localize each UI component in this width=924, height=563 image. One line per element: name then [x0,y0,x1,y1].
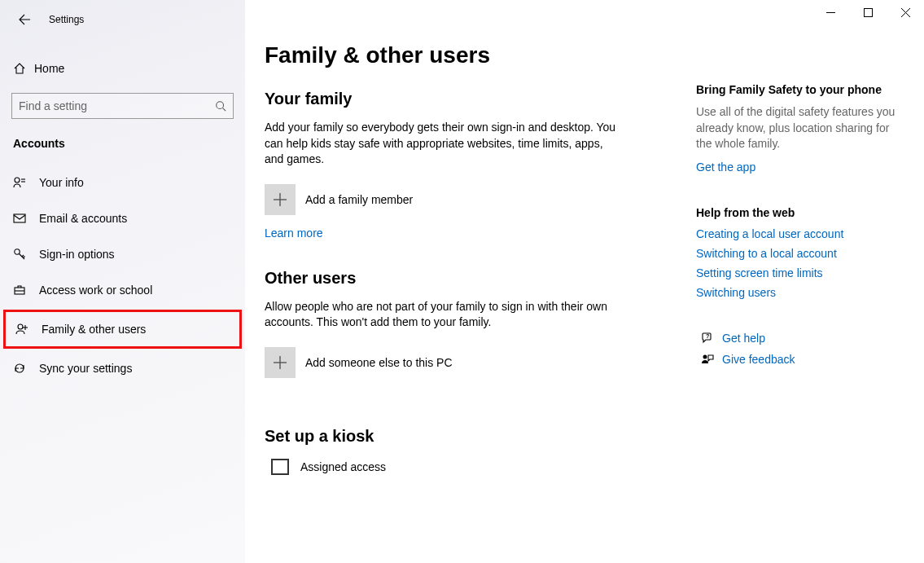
nav-list: Your info Email & accounts Sign-in optio… [0,165,245,386]
plus-tile [265,184,296,215]
sidebar-item-label: Your info [39,176,84,189]
minimize-icon [826,8,835,17]
add-family-member-button[interactable]: Add a family member [265,184,672,215]
sidebar-item-label: Email & accounts [39,212,127,225]
assigned-access-label: Assigned access [300,460,386,473]
add-someone-label: Add someone else to this PC [305,356,453,369]
svg-rect-5 [14,214,25,222]
sidebar-item-email[interactable]: Email & accounts [0,200,245,236]
svg-point-0 [217,102,224,109]
checkbox-icon [271,459,289,475]
other-heading: Other users [265,269,672,288]
feedback-row[interactable]: Give feedback [696,353,900,366]
back-button[interactable] [11,7,37,33]
search-icon [215,100,226,112]
assigned-access-row[interactable]: Assigned access [265,459,672,475]
sidebar-item-label: Family & other users [42,323,146,336]
aside-family-safety: Bring Family Safety to your phone Use al… [696,83,900,174]
sidebar: Settings Home Accounts Your info Email & [0,0,245,563]
family-desc: Add your family so everybody gets their … [265,120,623,168]
content-column: Family & other users Your family Add you… [265,42,672,563]
person-card-icon [13,176,34,189]
svg-point-21 [703,354,707,358]
webhelp-link-2[interactable]: Setting screen time limits [696,266,900,279]
plus-icon [273,355,287,370]
aside-safety-title: Bring Family Safety to your phone [696,83,900,96]
section-kiosk: Set up a kiosk Assigned access [265,427,672,475]
key-icon [13,248,34,261]
get-help-link[interactable]: Get help [722,332,765,345]
sidebar-item-your-info[interactable]: Your info [0,165,245,200]
plus-icon [273,192,287,207]
briefcase-icon [13,284,34,297]
titlebar-left: Settings [0,7,245,33]
sidebar-item-label: Access work or school [39,284,152,297]
aside-webhelp-title: Help from the web [696,206,900,219]
learn-more-link[interactable]: Learn more [265,227,323,240]
people-add-icon [15,323,37,336]
svg-rect-13 [864,8,872,16]
webhelp-link-1[interactable]: Switching to a local account [696,247,900,260]
mail-icon [13,212,34,225]
get-help-row[interactable]: ? Get help [696,332,900,345]
arrow-left-icon [18,13,31,26]
add-family-label: Add a family member [305,193,413,206]
kiosk-heading: Set up a kiosk [265,427,672,446]
help-icon: ? [696,332,719,345]
section-other-users: Other users Allow people who are not par… [265,269,672,378]
section-your-family: Your family Add your family so everybody… [265,90,672,240]
sidebar-item-label: Sign-in options [39,248,115,261]
sidebar-item-signin[interactable]: Sign-in options [0,236,245,272]
app-title: Settings [49,14,84,25]
close-icon [901,8,910,17]
aside-safety-desc: Use all of the digital safety features y… [696,104,900,152]
aside-support: ? Get help Give feedback [696,332,900,366]
sidebar-item-work[interactable]: Access work or school [0,272,245,308]
add-someone-button[interactable]: Add someone else to this PC [265,347,672,378]
svg-point-6 [15,249,20,254]
webhelp-link-0[interactable]: Creating a local user account [696,227,900,240]
maximize-icon [864,8,873,17]
sidebar-home-label: Home [34,62,64,75]
window-controls [812,0,924,24]
sidebar-item-label: Sync your settings [39,362,132,375]
page-title: Family & other users [265,42,672,68]
sidebar-section-header: Accounts [0,119,245,156]
sync-icon [13,362,34,375]
get-app-link[interactable]: Get the app [696,161,755,174]
sidebar-item-sync[interactable]: Sync your settings [0,350,245,386]
plus-tile [265,347,296,378]
aside-help-web: Help from the web Creating a local user … [696,206,900,299]
main: Family & other users Your family Add you… [245,0,924,563]
search-wrap [0,85,245,119]
svg-text:?: ? [706,333,709,339]
minimize-button[interactable] [812,0,849,24]
sidebar-home[interactable]: Home [0,52,245,85]
search-box[interactable] [11,93,234,119]
sidebar-item-family[interactable]: Family & other users [3,310,242,349]
feedback-link[interactable]: Give feedback [722,353,795,366]
feedback-icon [696,353,719,366]
home-icon [13,62,34,75]
search-input[interactable] [19,99,215,112]
webhelp-link-3[interactable]: Switching users [696,286,900,299]
svg-point-9 [18,324,23,329]
other-desc: Allow people who are not part of your fa… [265,299,623,331]
close-button[interactable] [887,0,924,24]
svg-point-2 [15,178,20,183]
svg-line-1 [223,108,226,112]
aside: Bring Family Safety to your phone Use al… [696,42,900,563]
maximize-button[interactable] [849,0,887,24]
family-heading: Your family [265,90,672,108]
